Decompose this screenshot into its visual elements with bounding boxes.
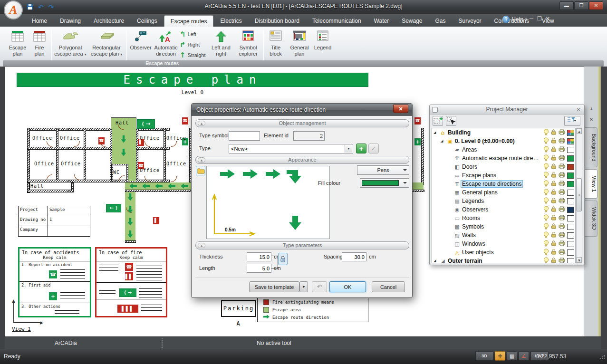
dialog-close-button[interactable]: ✕ [393, 105, 408, 113]
visibility-bulb-icon[interactable] [543, 206, 549, 214]
save-split-dropdown[interactable]: ▼ [299, 281, 308, 292]
panel-close-icon[interactable]: ✕ [575, 106, 582, 113]
save-to-template-button[interactable]: Save to template [249, 281, 299, 292]
tree-item[interactable]: ⇈ Escape route directions [432, 180, 575, 188]
grid-toggle-icon[interactable]: ▦ [507, 351, 517, 361]
type-combo[interactable]: <New> ▼ [229, 144, 353, 153]
minimize-button[interactable]: ▬ [559, 1, 574, 10]
tab-water[interactable]: Water [368, 15, 395, 27]
length-input[interactable] [247, 264, 271, 273]
color-swatch[interactable] [567, 241, 574, 247]
visibility-bulb-icon[interactable] [543, 249, 549, 257]
tree-expander-icon[interactable]: ◢ [441, 139, 446, 143]
lock-icon[interactable] [551, 214, 557, 222]
scroll-down-icon[interactable]: ▼ [577, 257, 582, 263]
tree-item[interactable]: ▰ Areas [432, 145, 575, 154]
color-swatch[interactable] [567, 198, 574, 204]
printer-icon[interactable] [559, 232, 565, 239]
color-swatch[interactable] [567, 258, 574, 264]
fill-colour-dropdown[interactable] [360, 178, 409, 188]
symbol-explorer-button[interactable]: Symbol explorer [235, 29, 261, 59]
tree-item[interactable]: ▨ Walls [432, 231, 575, 239]
visibility-bulb-icon[interactable] [543, 214, 549, 222]
filter-dropdown-button[interactable] [564, 116, 580, 126]
printer-icon[interactable] [559, 206, 565, 213]
visibility-bulb-icon[interactable] [543, 231, 549, 239]
color-swatch[interactable] [567, 215, 574, 221]
tab-distribution-board[interactable]: Distribution board [249, 15, 306, 27]
tree-item[interactable]: ◬ User objects [432, 248, 575, 257]
color-swatch[interactable] [567, 172, 574, 179]
tab-ceilings[interactable]: Ceilings [131, 15, 164, 27]
tab-sewage[interactable]: Sewage [395, 15, 428, 27]
add-view-button[interactable]: + [588, 105, 595, 113]
spacing-input[interactable] [342, 252, 366, 261]
printer-icon[interactable] [559, 163, 565, 171]
color-swatch[interactable] [567, 190, 574, 196]
tree-item[interactable]: ◫ Windows [432, 239, 575, 248]
visibility-bulb-icon[interactable] [543, 189, 549, 197]
tree-scrollbar[interactable]: ▲ ≡ ▼ [576, 128, 582, 263]
tree-expander-icon[interactable]: ◢ [434, 259, 439, 263]
visibility-bulb-icon[interactable] [543, 129, 549, 137]
printer-icon[interactable] [559, 198, 565, 205]
legend-button[interactable]: Legend [313, 29, 333, 59]
color-swatch[interactable] [567, 207, 574, 213]
doc-minimize-button[interactable]: ─ [530, 16, 533, 22]
tree-item[interactable]: ▦ General plans [432, 188, 575, 197]
collapse-chevron-icon[interactable]: ▲ [198, 157, 205, 163]
right-direction-button[interactable]: ↱ Right [180, 40, 200, 49]
tab-telecommunication[interactable]: Telecommunication [306, 15, 367, 27]
lock-icon[interactable] [551, 206, 557, 213]
lock-icon[interactable] [551, 163, 557, 171]
command-separator[interactable] [162, 338, 163, 348]
straight-direction-button[interactable]: ↑ Straight [180, 50, 206, 60]
add-type-button[interactable]: + [356, 144, 366, 153]
tree-item[interactable]: ▭ Escape plans [432, 171, 575, 180]
printer-icon[interactable] [559, 172, 565, 179]
tab-architecture[interactable]: Architecture [87, 15, 130, 27]
rectangular-escape-plan-button[interactable]: Rectangular escape plan ▾ [88, 29, 125, 59]
visibility-bulb-icon[interactable] [543, 146, 549, 154]
doc-restore-button[interactable]: ❐ [537, 16, 542, 22]
lock-icon[interactable] [551, 231, 557, 239]
dock-tab-view-1[interactable]: View 1 [585, 169, 597, 199]
tab-surveyor[interactable]: Surveyor [453, 15, 488, 27]
pens-dropdown[interactable]: Pens [357, 165, 409, 175]
polygonal-escape-area-button[interactable]: Polygonal escape area ▾ [53, 29, 87, 59]
visibility-bulb-icon[interactable] [543, 163, 549, 171]
tree-item[interactable]: ▤ Legends [432, 197, 575, 205]
color-swatch[interactable] [567, 224, 574, 230]
color-swatch[interactable] [567, 232, 574, 239]
dock-tab-background[interactable]: Background [585, 127, 597, 167]
observer-button[interactable]: Observer [128, 29, 153, 59]
type-combo-dropdown-icon[interactable]: ▼ [345, 145, 352, 153]
app-logo[interactable]: A [4, 0, 23, 19]
lock-icon[interactable] [551, 129, 557, 136]
collapse-chevron-icon[interactable]: ▲ [198, 121, 205, 126]
group-launcher-icon[interactable]: ↺↻ [145, 60, 154, 67]
close-view-button[interactable]: × [588, 116, 595, 123]
printer-icon[interactable] [559, 181, 565, 188]
escape-plan-button[interactable]: Escape plan [7, 29, 29, 59]
tree-item[interactable]: ⇈ Automatic escape route direc... [432, 154, 575, 163]
visibility-bulb-icon[interactable] [543, 223, 549, 231]
lock-proportion-button[interactable] [278, 253, 288, 265]
visibility-bulb-icon[interactable] [543, 154, 549, 163]
visibility-bulb-icon[interactable] [543, 137, 549, 145]
lock-icon[interactable] [551, 146, 557, 153]
lock-icon[interactable] [551, 257, 557, 263]
section-type-parameters[interactable]: ▲ Type parameters [195, 241, 409, 249]
printer-icon[interactable] [559, 240, 565, 248]
printer-icon[interactable] [559, 138, 565, 145]
angle-toggle-icon[interactable]: ∠ [519, 351, 529, 361]
lock-icon[interactable] [551, 154, 557, 162]
layers-3d-toggle[interactable]: 3D [475, 351, 493, 361]
visibility-bulb-icon[interactable] [543, 197, 549, 205]
thickness-input[interactable] [247, 252, 271, 261]
load-symbol-button[interactable] [196, 166, 205, 175]
section-object-management[interactable]: ▲ Object management [195, 119, 409, 127]
printer-icon[interactable] [559, 249, 565, 256]
left-direction-button[interactable]: ↰ Left [180, 29, 196, 39]
tree-item[interactable]: ◢ ▣ 0. Level 0 (±0.00=0.00) [432, 137, 575, 145]
